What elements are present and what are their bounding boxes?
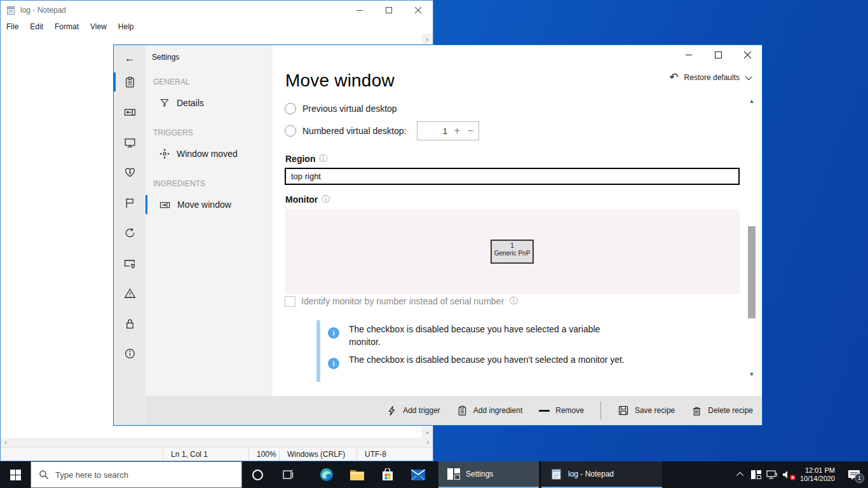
- strip-recipes-icon[interactable]: [114, 71, 146, 93]
- notepad-icon: [550, 468, 562, 480]
- taskbar-button-settings[interactable]: Settings: [438, 461, 539, 488]
- notepad-titlebar[interactable]: log - Notepad: [1, 1, 433, 20]
- status-line-col: Ln 1, Col 1: [163, 447, 248, 461]
- chevron-down-icon: [745, 73, 752, 80]
- info-accent-bar: [316, 320, 320, 382]
- notepad-minimize-button[interactable]: [345, 1, 374, 20]
- section-general: GENERAL: [153, 78, 189, 86]
- tray-show-hidden-button[interactable]: [733, 461, 749, 488]
- scroll-down-icon[interactable]: ▼: [746, 369, 757, 379]
- settings-minimize-button[interactable]: [674, 45, 703, 64]
- region-input[interactable]: [285, 168, 740, 185]
- cortana-button[interactable]: [242, 461, 273, 488]
- notepad-close-button[interactable]: [403, 1, 433, 20]
- settings-window: ←: [113, 44, 763, 426]
- desktop-number-stepper[interactable]: 1 + −: [417, 121, 479, 140]
- restore-defaults-button[interactable]: ↶ Restore defaults: [669, 73, 750, 82]
- settings-app-icon: [447, 468, 460, 480]
- stepper-decrement-button[interactable]: −: [464, 125, 477, 137]
- checkbox-label: Identify monitor by number instead of se…: [301, 296, 504, 306]
- notepad-maximize-button[interactable]: [374, 1, 403, 20]
- windows-logo-icon: [10, 470, 21, 480]
- nav-item-move-window[interactable]: Move window: [146, 194, 273, 215]
- store-taskbar-icon[interactable]: [372, 461, 403, 488]
- strip-security-icon[interactable]: [114, 313, 146, 334]
- info-icon[interactable]: ⓘ: [319, 153, 327, 165]
- edge-icon: [320, 468, 334, 482]
- menu-edit[interactable]: Edit: [24, 20, 49, 34]
- settings-nav-panel: Settings GENERAL Details TRIGGERS Window…: [146, 45, 273, 396]
- add-ingredient-button[interactable]: Add ingredient: [457, 405, 522, 417]
- save-recipe-button[interactable]: Save recipe: [618, 405, 675, 416]
- section-ingredients: INGREDIENTS: [153, 179, 205, 188]
- notification-center-button[interactable]: 1: [840, 461, 868, 488]
- back-button[interactable]: ←: [114, 50, 146, 67]
- move-icon: [159, 149, 170, 159]
- strip-monitor-icon[interactable]: [114, 132, 146, 153]
- trash-icon: [691, 405, 702, 417]
- taskbar-search-box[interactable]: [31, 461, 242, 488]
- taskbar-button-notepad[interactable]: log - Notepad: [541, 461, 662, 488]
- menu-view[interactable]: View: [85, 20, 112, 34]
- identify-monitor-checkbox-row: Identify monitor by number instead of se…: [285, 295, 518, 307]
- scroll-up-icon[interactable]: ▲: [746, 96, 757, 106]
- notepad-status-bar: Ln 1, Col 1 100% Windows (CRLF) UTF-8: [1, 447, 433, 461]
- delete-recipe-button[interactable]: Delete recipe: [691, 405, 753, 417]
- page-title: Move window: [285, 71, 395, 91]
- scroll-up-icon[interactable]: ▲: [422, 34, 433, 44]
- back-arrow-icon: ←: [125, 53, 135, 64]
- status-encoding: UTF-8: [356, 447, 433, 461]
- add-trigger-button[interactable]: Add trigger: [386, 405, 440, 417]
- radio-numbered-virtual-desktop[interactable]: Numbered virtual desktop:: [285, 125, 406, 137]
- file-explorer-icon: [350, 469, 364, 480]
- strip-warning-icon[interactable]: [114, 282, 146, 304]
- scroll-down-icon[interactable]: ▼: [422, 428, 433, 438]
- mail-icon: [411, 470, 425, 480]
- strip-health-icon[interactable]: [114, 161, 146, 183]
- task-view-icon: [283, 470, 294, 480]
- notification-count-badge: 1: [855, 473, 864, 483]
- radio-previous-virtual-desktop[interactable]: Previous virtual desktop: [285, 103, 397, 114]
- strip-privacy-icon[interactable]: [114, 252, 146, 274]
- radio-icon[interactable]: [285, 125, 296, 137]
- menu-file[interactable]: File: [1, 20, 24, 34]
- info-icon[interactable]: ⓘ: [510, 295, 518, 307]
- settings-maximize-button[interactable]: [703, 45, 733, 64]
- notepad-title: log - Notepad: [20, 6, 66, 15]
- mail-taskbar-icon[interactable]: [403, 461, 433, 488]
- nav-item-details[interactable]: Details: [146, 92, 273, 114]
- file-explorer-taskbar-icon[interactable]: [342, 461, 372, 488]
- radio-icon[interactable]: [285, 103, 296, 114]
- tray-layout-icon[interactable]: [749, 461, 764, 488]
- monitor-label: Monitor ⓘ: [285, 194, 330, 205]
- settings-icon-strip: ←: [114, 45, 146, 425]
- status-zoom: 100%: [248, 447, 279, 461]
- edge-taskbar-icon[interactable]: [311, 461, 342, 488]
- monitor-item[interactable]: 1 Generic PnP: [491, 240, 534, 264]
- stepper-increment-button[interactable]: +: [451, 125, 464, 137]
- start-button[interactable]: [0, 461, 31, 488]
- taskbar-clock[interactable]: 12:01 PM 10/14/2020: [792, 461, 835, 488]
- info-icon[interactable]: ⓘ: [322, 194, 330, 205]
- search-input[interactable]: [55, 470, 214, 480]
- strip-flag-icon[interactable]: [114, 192, 146, 214]
- strip-refresh-icon[interactable]: [114, 222, 146, 243]
- strip-ingredient-icon[interactable]: [114, 101, 146, 123]
- monitor-picker-panel[interactable]: 1 Generic PnP: [285, 209, 740, 294]
- settings-window-controls: [674, 45, 762, 64]
- region-label: Region ⓘ: [285, 153, 327, 165]
- status-spacer: [1, 447, 163, 461]
- strip-about-icon[interactable]: [114, 342, 146, 364]
- scrollbar-thumb[interactable]: [748, 226, 756, 318]
- tray-network-icon[interactable]: [764, 461, 779, 488]
- settings-close-button[interactable]: [733, 45, 762, 64]
- notepad-icon: [6, 5, 16, 15]
- menu-format[interactable]: Format: [49, 20, 85, 34]
- menu-help[interactable]: Help: [112, 20, 140, 34]
- remove-icon: [539, 410, 550, 412]
- clock-time: 12:01 PM: [792, 466, 835, 475]
- recipe-toolbar: Add trigger Add ingredient Remove Save r…: [146, 396, 762, 425]
- nav-item-window-moved[interactable]: Window moved: [146, 143, 273, 165]
- remove-button[interactable]: Remove: [539, 406, 584, 415]
- task-view-button[interactable]: [273, 461, 303, 488]
